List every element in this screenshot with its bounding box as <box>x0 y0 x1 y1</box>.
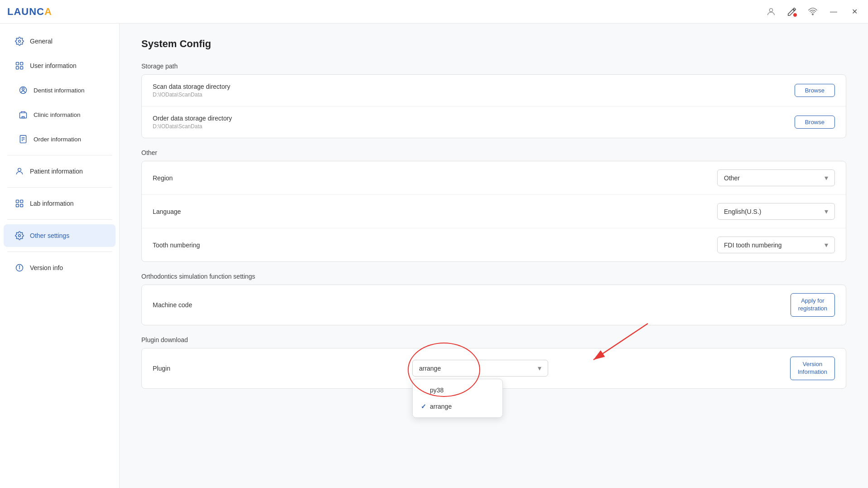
person-circle-icon <box>18 85 28 95</box>
edit-badge <box>793 13 797 17</box>
plugin-select-area: arrange ▾ ✓ py38 ✓ arrange <box>412 360 548 377</box>
wifi-icon[interactable] <box>806 5 819 18</box>
gear-icon <box>14 36 24 46</box>
edit-icon[interactable] <box>786 5 798 18</box>
plugin-option-py38-label: py38 <box>430 387 444 394</box>
other-settings-icon <box>14 231 24 241</box>
lab-icon <box>14 198 24 208</box>
plugin-select[interactable]: arrange ▾ <box>412 360 548 377</box>
scan-data-label: Scan data storage directory <box>153 83 230 90</box>
plugin-dropdown-popup: ✓ py38 ✓ arrange <box>412 379 503 418</box>
orthodontics-card: Machine code Apply forregistration <box>141 285 846 325</box>
sidebar-divider-3 <box>7 219 112 220</box>
order-data-browse-button[interactable]: Browse <box>795 116 835 129</box>
svg-rect-22 <box>20 204 23 207</box>
region-select[interactable]: Other ▾ <box>717 169 835 186</box>
user-icon[interactable] <box>765 5 777 18</box>
svg-rect-6 <box>20 67 23 69</box>
language-row: Language English(U.S.) ▾ <box>142 195 846 228</box>
storage-path-section-title: Storage path <box>141 63 846 70</box>
svg-rect-21 <box>16 204 19 207</box>
plugin-option-py38[interactable]: ✓ py38 <box>413 382 502 398</box>
svg-point-1 <box>812 14 814 15</box>
language-label: Language <box>153 208 181 215</box>
sidebar-item-version-info[interactable]: Version info <box>4 256 116 279</box>
app-logo: LAUNCA <box>7 6 52 18</box>
region-row: Region Other ▾ <box>142 161 846 195</box>
other-section-title: Other <box>141 149 846 156</box>
svg-point-2 <box>19 40 21 43</box>
machine-code-row: Machine code Apply forregistration <box>142 285 846 325</box>
tooth-numbering-value: FDI tooth numbering <box>724 242 782 249</box>
sidebar-item-clinic-information[interactable]: Clinic information <box>7 103 116 126</box>
storage-path-card: Scan data storage directory D:\IOData\Sc… <box>141 74 846 138</box>
order-data-label: Order data storage directory <box>153 115 232 122</box>
plugin-option-arrange-label: arrange <box>430 403 452 410</box>
sidebar-item-lab-information[interactable]: Lab information <box>4 192 116 215</box>
sidebar-item-dentist-label: Dentist information <box>34 87 85 94</box>
sidebar-item-order-label: Order information <box>34 136 81 143</box>
plugin-chevron-icon: ▾ <box>538 364 541 372</box>
close-button[interactable]: ✕ <box>848 5 861 18</box>
tooth-numbering-label: Tooth numbering <box>153 242 200 249</box>
svg-point-8 <box>22 88 24 90</box>
plugin-option-arrange[interactable]: ✓ arrange <box>413 398 502 415</box>
scan-data-value: D:\IOData\ScanData <box>153 92 230 98</box>
order-data-value: D:\IOData\ScanData <box>153 123 232 130</box>
scan-data-row: Scan data storage directory D:\IOData\Sc… <box>142 75 846 106</box>
sidebar-item-other-settings-label: Other settings <box>30 232 69 239</box>
plugin-download-card: Plugin arrange ▾ ✓ py38 ✓ ar <box>141 348 846 389</box>
plugin-value: arrange <box>419 365 441 372</box>
order-data-row: Order data storage directory D:\IOData\S… <box>142 106 846 138</box>
sidebar-item-order-information[interactable]: Order information <box>7 128 116 150</box>
svg-point-23 <box>19 235 21 237</box>
svg-rect-3 <box>16 63 19 65</box>
sidebar-divider-4 <box>7 251 112 252</box>
svg-rect-4 <box>20 63 23 65</box>
sidebar-item-general-label: General <box>30 38 53 45</box>
annotation-arrow <box>553 319 652 371</box>
svg-point-18 <box>18 168 21 171</box>
apply-registration-button[interactable]: Apply forregistration <box>791 293 835 317</box>
info-circle-icon <box>14 263 24 273</box>
sidebar-item-version-info-label: Version info <box>30 264 63 271</box>
plugin-row: Plugin arrange ▾ ✓ py38 ✓ ar <box>142 348 846 388</box>
svg-rect-19 <box>16 200 19 203</box>
sidebar-divider-2 <box>7 187 112 188</box>
language-select[interactable]: English(U.S.) ▾ <box>717 203 835 220</box>
patient-icon <box>14 166 24 176</box>
region-chevron-icon: ▾ <box>825 174 828 182</box>
sidebar-item-dentist-information[interactable]: Dentist information <box>7 79 116 101</box>
svg-point-0 <box>769 8 772 11</box>
svg-point-26 <box>19 266 19 266</box>
sidebar-item-patient-information[interactable]: Patient information <box>4 160 116 183</box>
sidebar-item-general[interactable]: General <box>4 30 116 53</box>
user-grid-icon <box>14 61 24 71</box>
svg-rect-5 <box>16 67 19 69</box>
app-body: General User information <box>0 24 868 488</box>
sidebar-item-user-information[interactable]: User information <box>4 54 116 77</box>
sidebar-divider-1 <box>7 155 112 155</box>
language-chevron-icon: ▾ <box>825 207 828 216</box>
plugin-download-section-title: Plugin download <box>141 336 846 343</box>
plugin-label: Plugin <box>153 365 170 372</box>
region-label: Region <box>153 174 173 182</box>
sidebar-item-patient-label: Patient information <box>30 168 83 175</box>
building-icon <box>18 110 28 120</box>
region-value: Other <box>724 174 740 182</box>
main-content: System Config Storage path Scan data sto… <box>120 24 868 488</box>
tooth-numbering-select[interactable]: FDI tooth numbering ▾ <box>717 237 835 253</box>
version-information-button[interactable]: VersionInformation <box>790 357 835 380</box>
sidebar-item-other-settings[interactable]: Other settings <box>4 224 116 247</box>
tooth-numbering-row: Tooth numbering FDI tooth numbering ▾ <box>142 228 846 261</box>
svg-rect-13 <box>22 116 24 118</box>
minimize-button[interactable]: — <box>827 5 840 18</box>
scan-data-browse-button[interactable]: Browse <box>795 84 835 97</box>
document-icon <box>18 134 28 144</box>
other-card: Region Other ▾ Language English(U.S.) ▾ … <box>141 161 846 262</box>
sidebar-item-lab-label: Lab information <box>30 200 74 207</box>
tooth-numbering-chevron-icon: ▾ <box>825 241 828 249</box>
page-title: System Config <box>141 38 846 50</box>
svg-rect-9 <box>20 113 27 118</box>
svg-rect-20 <box>20 200 23 203</box>
